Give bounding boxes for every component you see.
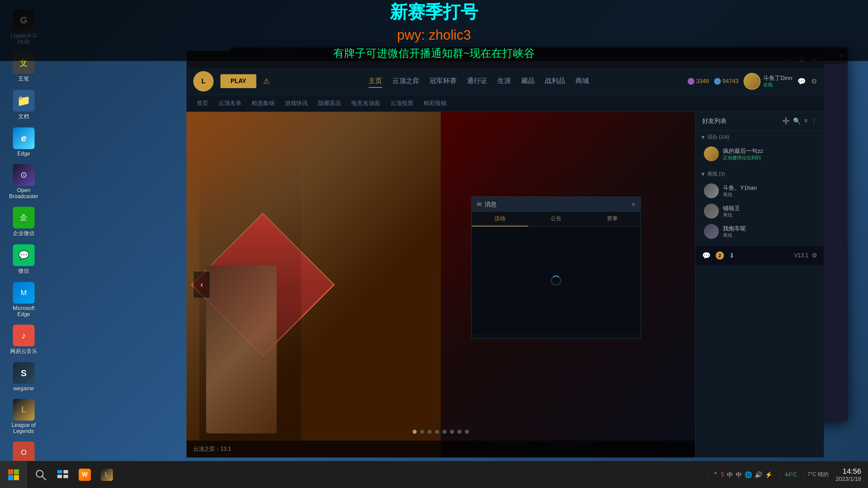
lol-user-area[interactable]: 斗鱼丁Dinn 在线 [744, 73, 792, 90]
friend-status-2: 离线 [723, 212, 815, 218]
lol-settings-icon[interactable]: ⚙ [811, 77, 817, 85]
svg-rect-0 [8, 469, 13, 474]
edge-label: Edge [17, 151, 30, 157]
stream-title: 新赛季打号 [390, 0, 478, 24]
lol-nav-life[interactable]: 生涯 [497, 75, 511, 88]
lol-sub-news[interactable]: 游戏快讯 [285, 99, 308, 107]
lol-sub-home[interactable]: 首页 [197, 99, 208, 107]
friends-more-icon[interactable]: ⋮ [811, 117, 817, 125]
desktop-icon-netease[interactable]: ♪ 网易云音乐 [3, 322, 44, 358]
message-dialog-body [472, 227, 640, 334]
loading-spinner [551, 276, 561, 286]
lol-nav-pass[interactable]: 通行证 [467, 75, 487, 88]
tray-expand-icon[interactable]: ⌃ [713, 471, 718, 479]
steam-label: wegame [14, 386, 34, 392]
friend-item-2[interactable]: 铺核王 离线 [701, 201, 819, 221]
message-tab-esports[interactable]: 赛事 [584, 212, 640, 226]
desktop-icon-microsoft-edge[interactable]: M Microsoft Edge [3, 279, 44, 320]
friends-group-icon[interactable]: ≡ [804, 117, 808, 125]
download-icon[interactable]: ⬇ [729, 251, 735, 260]
indicator-6[interactable] [450, 430, 454, 434]
friend-name-1: 斗鱼、Y1han [723, 184, 815, 192]
lol-alert-icon[interactable]: ⚠ [263, 77, 270, 86]
wechat-work-label: 企业微信 [13, 230, 35, 237]
lol-nav-battle[interactable]: 战利品 [545, 75, 565, 88]
folder-label: 文档 [18, 113, 29, 120]
lol-sub-esports[interactable]: 电竞名场面 [351, 99, 380, 107]
friend-item-3[interactable]: 我炮车呢 离线 [701, 221, 819, 242]
tray-volume-icon[interactable]: 🔊 [755, 471, 762, 479]
lol-nav-items[interactable]: 藏品 [521, 75, 535, 88]
desktop-icon-wechat-work[interactable]: 企 企业微信 [3, 204, 44, 240]
taskbar-search-btn[interactable] [31, 463, 51, 487]
lol-points-value: 3348 [696, 78, 709, 85]
lol-nav-shop[interactable]: 商城 [575, 75, 589, 88]
friend-name-2: 铺核王 [723, 204, 815, 212]
message-tab-announcement[interactable]: 公告 [528, 212, 584, 226]
svg-line-5 [42, 476, 46, 480]
tray-input-icon[interactable]: 中 [727, 471, 733, 479]
lol-sub-highlight[interactable]: 精选集锦 [252, 99, 275, 107]
friend-name-0: 疯的最后一句zz [723, 147, 815, 155]
indicator-2[interactable] [420, 430, 424, 434]
chevron-down-icon: ▼ [701, 134, 706, 140]
tray-lang-icon[interactable]: 中 [736, 471, 742, 479]
tray-network-icon[interactable]: 🌐 [745, 471, 752, 479]
friends-offline-header: ▼ 离线 (3) [701, 171, 819, 177]
desktop-icon-edge[interactable]: e Edge [3, 125, 44, 160]
taskbar-right: ⌃ 5 中 中 🌐 🔊 ⚡ 44°C 7°C 晴的 14:56 2023/1/1… [701, 467, 868, 483]
indicator-3[interactable] [428, 430, 432, 434]
lol-prev-slide-btn[interactable]: ‹ [193, 271, 210, 298]
lol-sub-vote[interactable]: 云顶投票 [390, 99, 413, 107]
indicator-1[interactable] [413, 430, 417, 434]
message-tab-activity[interactable]: 活动 [472, 212, 528, 226]
lol-nav-home[interactable]: 主页 [369, 75, 382, 88]
lol-taskbar-icon: L [101, 469, 113, 481]
tray-battery-icon[interactable]: ⚡ [765, 471, 772, 479]
microsoft-edge-icon: M [13, 282, 35, 304]
indicator-4[interactable] [435, 430, 439, 434]
taskbar-start-button[interactable] [0, 461, 27, 488]
indicator-5[interactable] [442, 430, 447, 434]
settings-cog-icon[interactable]: ⚙ [812, 252, 817, 259]
lol-sub-cloud[interactable]: 云顶名单 [218, 99, 241, 107]
lol-user-status: 在线 [763, 82, 792, 88]
friend-status-0: 正创建排位位到到 [723, 155, 815, 161]
taskbar-lol-btn[interactable]: L [97, 463, 117, 487]
taskbar-clock[interactable]: 14:56 2023/1/18 [835, 467, 861, 483]
oracle-icon: O [13, 442, 35, 463]
chat-icon[interactable]: 💬 [702, 251, 711, 260]
cpu-temp-value: 44°C [785, 472, 797, 477]
desktop-icon-wechat[interactable]: 💬 微信 [3, 242, 44, 278]
rp-blue-icon [714, 78, 721, 85]
friend-item-0[interactable]: 疯的最后一句zz 正创建排位位到到 [701, 144, 819, 164]
desktop-icon-steam[interactable]: S wegame [3, 360, 44, 394]
desktop-icon-folder[interactable]: 📁 文档 [3, 87, 44, 123]
desktop-icon-lol[interactable]: L League of Legends [3, 396, 44, 437]
lol-sub-contrib[interactable]: 精彩投稿 [423, 99, 447, 107]
lol-notification-icon[interactable]: 💬 [797, 77, 806, 85]
friend-name-3: 我炮车呢 [723, 225, 815, 232]
lol-sub-hidden[interactable]: 隐藏盲品 [318, 99, 341, 107]
friend-item-1[interactable]: 斗鱼、Y1han 离线 [701, 181, 819, 201]
friend-avatar-2 [704, 204, 719, 219]
lol-nav-cloud-peak[interactable]: 云顶之弈 [392, 75, 419, 88]
message-dialog-close-btn[interactable]: × [631, 201, 635, 208]
friends-offline-section: ▼ 离线 (3) 斗鱼、Y1han 离线 铺核王 [695, 167, 824, 245]
taskbar-wegame-btn[interactable]: W [75, 463, 95, 487]
indicator-7[interactable] [457, 430, 461, 434]
tray-5g-icon[interactable]: 5 [721, 471, 724, 478]
friend-info-0: 疯的最后一句zz 正创建排位位到到 [723, 147, 815, 161]
edge-icon: e [13, 127, 35, 149]
friend-avatar-1 [704, 183, 719, 198]
friends-search-icon[interactable]: 🔍 [793, 117, 801, 125]
add-friend-icon[interactable]: ➕ [782, 117, 790, 125]
lol-nav-tournament[interactable]: 冠军杯赛 [430, 75, 457, 88]
lol-play-button[interactable]: PLAY [220, 74, 256, 88]
indicator-8[interactable] [465, 430, 469, 434]
svg-rect-9 [63, 475, 68, 478]
svg-rect-6 [57, 470, 62, 473]
taskbar-taskview-btn[interactable] [53, 463, 73, 487]
desktop-icon-obs[interactable]: ⊙ Open Broadcaster [3, 161, 44, 202]
stream-desc: 有牌子可进微信开播通知群~现在在打峡谷 [333, 46, 535, 61]
